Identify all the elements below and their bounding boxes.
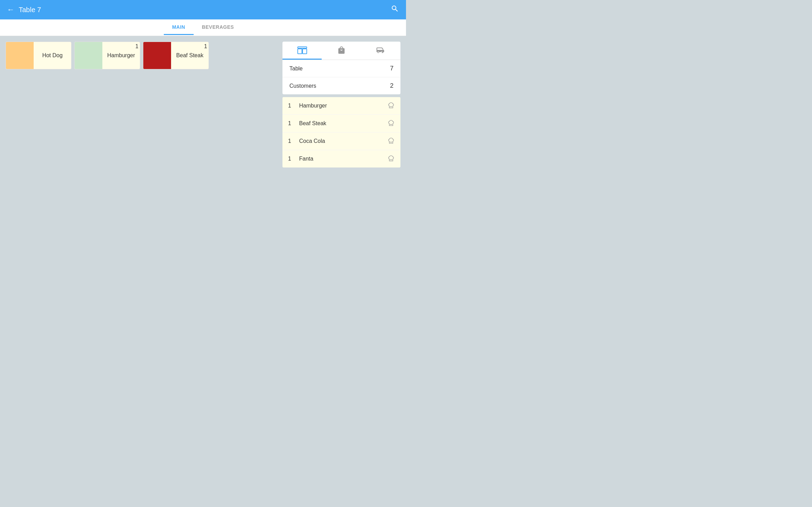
- chef-hat-icon-4: [387, 155, 395, 163]
- order-name-1: Hamburger: [296, 103, 387, 109]
- delivery-view-button[interactable]: [361, 42, 400, 60]
- hotdog-image: [6, 42, 34, 69]
- header-left: ← Table 7: [7, 6, 41, 14]
- order-item-fanta: 1 Fanta: [282, 150, 400, 167]
- order-list: 1 Hamburger 1 Beaf Steak 1 Coca Cola: [282, 97, 400, 167]
- svg-rect-1: [298, 49, 302, 54]
- search-icon: [391, 5, 399, 13]
- menu-area: Hot Dog Hamburger 1 Beaf Steak 1: [6, 42, 277, 248]
- table-view-button[interactable]: [282, 42, 322, 60]
- hamburger-label: Hamburger: [102, 52, 140, 59]
- chef-hat-icon-3: [387, 137, 395, 145]
- menu-item-beafsteak[interactable]: Beaf Steak 1: [143, 42, 209, 69]
- hamburger-badge: 1: [135, 43, 138, 50]
- right-panel: Table 7 Customers 2 1 Hamburger: [282, 42, 400, 248]
- main-content: Hot Dog Hamburger 1 Beaf Steak 1: [0, 36, 406, 254]
- steak-image: [143, 42, 171, 69]
- tabs-nav: MAIN BEVERAGES: [0, 19, 406, 36]
- steak-badge: 1: [204, 43, 207, 50]
- bag-icon: [337, 46, 346, 54]
- table-label: Table: [289, 66, 303, 72]
- table-icon: [297, 46, 307, 54]
- order-name-3: Coca Cola: [296, 138, 387, 144]
- app-header: ← Table 7: [0, 0, 406, 19]
- menu-item-hotdog[interactable]: Hot Dog: [6, 42, 71, 69]
- order-item-hamburger: 1 Hamburger: [282, 97, 400, 115]
- order-item-steak: 1 Beaf Steak: [282, 115, 400, 132]
- steak-label: Beaf Steak: [171, 52, 209, 59]
- bag-view-button[interactable]: [322, 42, 361, 60]
- chef-hat-icon-2: [387, 120, 395, 127]
- chef-hat-icon-1: [387, 102, 395, 110]
- panel-top: Table 7 Customers 2: [282, 42, 400, 94]
- order-name-4: Fanta: [296, 156, 387, 162]
- menu-item-hamburger[interactable]: Hamburger 1: [74, 42, 140, 69]
- tab-main[interactable]: MAIN: [164, 20, 194, 35]
- tab-beverages[interactable]: BEVERAGES: [194, 20, 242, 35]
- customers-value: 2: [390, 82, 394, 89]
- customers-info-row: Customers 2: [282, 77, 400, 94]
- order-qty-3: 1: [288, 138, 296, 144]
- hamburger-image: [75, 42, 102, 69]
- table-value: 7: [390, 65, 394, 72]
- order-qty-4: 1: [288, 156, 296, 162]
- customers-label: Customers: [289, 83, 316, 89]
- page-title: Table 7: [19, 6, 41, 14]
- hotdog-label: Hot Dog: [34, 52, 71, 59]
- search-button[interactable]: [391, 5, 399, 15]
- order-name-2: Beaf Steak: [296, 120, 387, 127]
- back-button[interactable]: ←: [7, 6, 15, 14]
- panel-icons: [282, 42, 400, 60]
- order-qty-1: 1: [288, 103, 296, 109]
- table-info-row: Table 7: [282, 60, 400, 77]
- svg-rect-0: [298, 47, 307, 48]
- delivery-icon: [376, 46, 386, 54]
- order-qty-2: 1: [288, 120, 296, 127]
- order-item-cocacola: 1 Coca Cola: [282, 132, 400, 150]
- menu-items-row: Hot Dog Hamburger 1 Beaf Steak 1: [6, 42, 277, 69]
- svg-rect-2: [303, 49, 307, 54]
